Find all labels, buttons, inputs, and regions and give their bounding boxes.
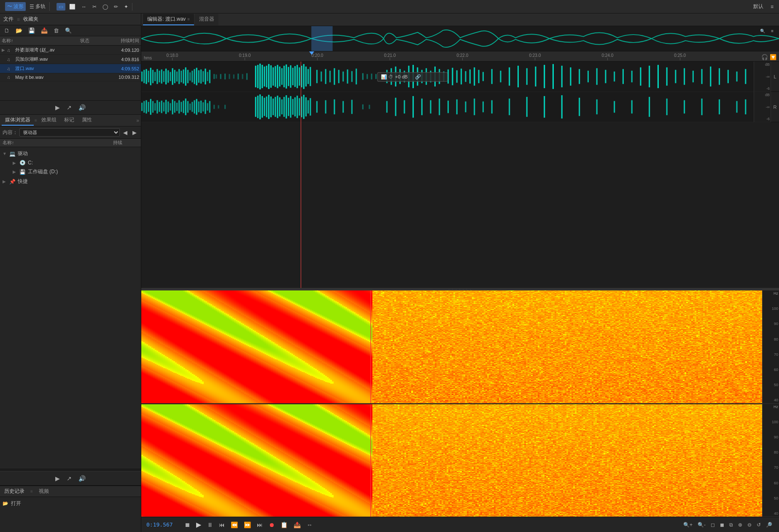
- svg-rect-213: [404, 100, 405, 114]
- svg-rect-201: [305, 97, 307, 116]
- file-duration: 10:09.312: [105, 75, 139, 80]
- tree-item-drives[interactable]: ▼ 💻 驱动: [0, 149, 141, 159]
- play-btn[interactable]: ▶: [194, 520, 203, 529]
- markers-tab[interactable]: 标记: [61, 115, 78, 126]
- select-rect-btn[interactable]: ▭: [57, 3, 65, 11]
- headphone-icon[interactable]: 🎧: [761, 54, 768, 60]
- zoom-in-btn[interactable]: 🔍+: [682, 521, 694, 529]
- channel-r-label: R: [771, 92, 779, 122]
- clip-btn[interactable]: 📋: [279, 521, 289, 529]
- select-box-btn[interactable]: ⬜: [67, 3, 78, 11]
- preview-volume-btn[interactable]: 🔊: [77, 103, 87, 112]
- rewind-to-start-btn[interactable]: ⏮: [217, 521, 226, 529]
- stop-btn[interactable]: ⏹: [183, 521, 192, 529]
- file-row[interactable]: ♫ 贝加尔湖畔.wav 4:09.816: [0, 55, 141, 64]
- delete-btn[interactable]: 🗑: [52, 27, 61, 35]
- overview-menu-btn[interactable]: ≡: [769, 28, 776, 34]
- new-file-btn[interactable]: 🗋: [3, 27, 11, 35]
- zoom-fit-btn[interactable]: ◻: [709, 521, 717, 529]
- open-file-btn[interactable]: 📂: [14, 27, 24, 35]
- zoom-full-btn[interactable]: ◼: [718, 521, 726, 529]
- file-row-selected[interactable]: ♫ 渡口.wav 4:09.552: [0, 64, 141, 73]
- pause-btn[interactable]: ⏸: [205, 521, 215, 529]
- hz-50-bottom: 50: [763, 496, 778, 500]
- svg-rect-168: [196, 99, 197, 115]
- forward-to-end-btn[interactable]: ⏭: [255, 521, 264, 529]
- content-label: 内容：: [3, 129, 18, 136]
- svg-rect-125: [649, 66, 650, 87]
- nav-forward-btn[interactable]: ▶: [131, 129, 138, 137]
- properties-tab[interactable]: 属性: [78, 115, 95, 126]
- history-item[interactable]: 📂 打开: [3, 499, 138, 508]
- col-status-header: 状态: [80, 38, 105, 44]
- filter-icon[interactable]: 🔽: [770, 54, 776, 60]
- svg-rect-189: [279, 97, 280, 116]
- magic-btn[interactable]: ✦: [122, 3, 130, 11]
- preview-export-btn[interactable]: ↗: [65, 103, 73, 112]
- media-volume-btn[interactable]: 🔊: [77, 474, 87, 483]
- file-panel-toolbar: 🗋 📂 💾 📥 🗑 🔍: [0, 25, 141, 36]
- zoom-reset-btn[interactable]: ↺: [755, 521, 763, 529]
- hz-unit-top: Hz: [763, 291, 778, 296]
- preview-play-btn[interactable]: ▶: [54, 103, 62, 112]
- import-btn[interactable]: 📥: [39, 27, 49, 35]
- media-export-btn[interactable]: ↗: [65, 474, 73, 483]
- lasso-btn[interactable]: ◯: [100, 3, 110, 11]
- multitrack-mode-btn[interactable]: ☰ 多轨: [27, 2, 48, 11]
- loop-btn[interactable]: ↔: [305, 521, 314, 529]
- zoom-in-overview-btn[interactable]: 🔍: [758, 28, 767, 34]
- export-btn[interactable]: 📤: [292, 521, 302, 529]
- editor-tab-main[interactable]: 编辑器: 渡口.wav ≡: [143, 14, 194, 25]
- svg-rect-77: [347, 70, 348, 84]
- zoom-in2-btn[interactable]: ⊕: [736, 521, 744, 529]
- file-row[interactable]: ♫ May it be.wav 10:09.312: [0, 73, 141, 81]
- svg-rect-127: [666, 67, 668, 86]
- waveform-overview[interactable]: 🔍 ≡: [141, 26, 779, 51]
- zoom-region-btn[interactable]: ⧉: [728, 521, 735, 529]
- file-row[interactable]: ▶ ♫ 外婆澎湖湾 (赵_.av 4:09.120: [0, 46, 141, 55]
- svg-rect-212: [395, 98, 396, 116]
- spectrogram-canvas-wrapper[interactable]: [141, 290, 762, 517]
- editor-tab-mixer[interactable]: 混音器: [195, 14, 218, 25]
- svg-rect-14: [165, 69, 167, 84]
- time-select-btn[interactable]: ↔: [79, 3, 89, 11]
- zoom-custom-btn[interactable]: 🔎: [764, 521, 774, 529]
- svg-rect-208: [351, 100, 353, 114]
- cut-tool-btn[interactable]: ✂: [90, 3, 99, 11]
- rewind-btn[interactable]: ⏪: [229, 521, 240, 529]
- waveform-mode-btn[interactable]: 〜 波形: [5, 2, 26, 11]
- svg-rect-26: [191, 71, 193, 83]
- tree-item-c[interactable]: ▶ 💿 C:: [10, 159, 141, 167]
- track-right[interactable]: [141, 92, 754, 122]
- zoom-out2-btn[interactable]: ⊖: [746, 521, 753, 529]
- svg-rect-122: [623, 69, 624, 84]
- pencil-btn[interactable]: ✏: [112, 3, 120, 11]
- menu-btn[interactable]: ≡: [768, 3, 776, 11]
- media-play-btn[interactable]: ▶: [54, 474, 62, 483]
- media-browser-tab[interactable]: 媒体浏览器: [2, 115, 34, 126]
- svg-rect-162: [183, 101, 184, 113]
- video-tab[interactable]: 视频: [36, 487, 51, 496]
- search-btn[interactable]: 🔍: [63, 27, 73, 35]
- zoom-out-btn[interactable]: 🔍-: [696, 521, 707, 529]
- collection-tab[interactable]: 收藏夹: [23, 16, 38, 23]
- track-left[interactable]: 📊 ⏱ +0 dB 🔗: [141, 62, 754, 92]
- content-select[interactable]: 驱动器: [19, 128, 120, 137]
- svg-rect-183: [266, 97, 267, 117]
- fast-forward-btn[interactable]: ⏩: [242, 521, 253, 529]
- svg-rect-27: [194, 69, 195, 84]
- record-btn[interactable]: ⏺: [267, 521, 276, 529]
- tree-item-shortcuts[interactable]: ▶ 📌 快捷: [0, 177, 141, 186]
- svg-rect-207: [342, 101, 344, 113]
- save-file-btn[interactable]: 💾: [27, 27, 37, 35]
- file-tab[interactable]: 文件: [3, 16, 13, 23]
- svg-rect-40: [233, 75, 235, 79]
- effects-tab[interactable]: 效果组: [38, 115, 60, 126]
- svg-rect-15: [167, 70, 169, 83]
- hz-60-bottom: 60: [763, 481, 778, 485]
- history-tab[interactable]: 历史记录: [2, 487, 27, 496]
- svg-rect-158: [174, 101, 175, 113]
- nav-back-btn[interactable]: ◀: [121, 129, 129, 137]
- tree-item-d[interactable]: ▶ 💾 工作磁盘 (D:): [10, 167, 141, 177]
- svg-rect-190: [281, 99, 283, 115]
